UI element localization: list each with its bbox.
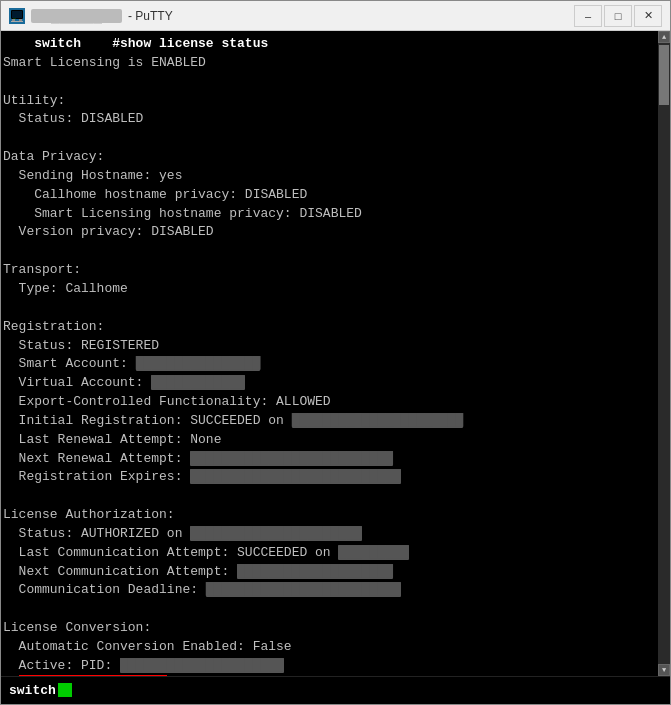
terminal-container: switch #show license status Smart Licens… (1, 31, 670, 676)
scrollbar[interactable]: ▲ ▼ (658, 31, 670, 676)
bottom-prompt: switch (9, 683, 56, 698)
scroll-up-arrow[interactable]: ▲ (658, 31, 670, 43)
svg-rect-4 (19, 19, 22, 21)
titlebar: _ ██████ - PuTTY – □ ✕ (1, 1, 670, 31)
close-button[interactable]: ✕ (634, 5, 662, 27)
putty-window: _ ██████ - PuTTY – □ ✕ switch #show lice… (0, 0, 671, 705)
svg-rect-3 (12, 19, 15, 21)
titlebar-left: _ ██████ - PuTTY (9, 8, 173, 24)
titlebar-blurred: ██████ (31, 9, 122, 23)
maximize-button[interactable]: □ (604, 5, 632, 27)
cursor-block (56, 682, 72, 700)
scroll-down-arrow[interactable]: ▼ (658, 664, 670, 676)
cursor-green-block (58, 683, 72, 697)
terminal-output: switch #show license status Smart Licens… (3, 35, 656, 676)
bottom-bar: switch (1, 676, 670, 704)
putty-icon: _ (9, 8, 25, 24)
titlebar-buttons: – □ ✕ (574, 5, 662, 27)
scroll-thumb[interactable] (659, 45, 669, 105)
terminal-content[interactable]: switch #show license status Smart Licens… (1, 31, 658, 676)
titlebar-title: - PuTTY (128, 9, 173, 23)
svg-rect-5 (11, 21, 23, 22)
minimize-button[interactable]: – (574, 5, 602, 27)
